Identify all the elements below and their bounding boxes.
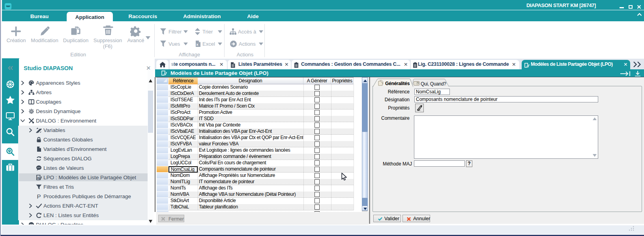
- svg-text:A: A: [37, 176, 39, 180]
- svg-text:P: P: [37, 193, 41, 199]
- svg-text:x: x: [196, 43, 198, 46]
